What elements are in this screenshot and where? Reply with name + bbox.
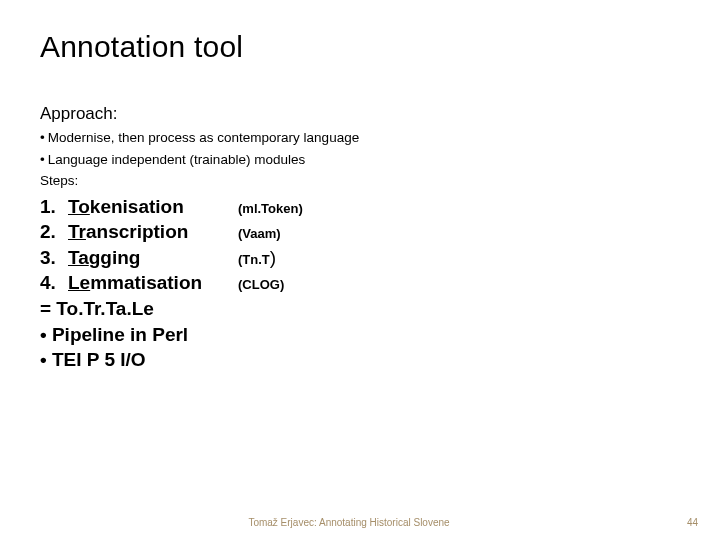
bullet-text: Modernise, then process as contemporary … bbox=[48, 130, 359, 145]
step-term-underline: Le bbox=[68, 272, 90, 293]
step-row: 2. Transcription (Vaam) bbox=[40, 219, 680, 245]
tail-bullet: • TEI P 5 I/O bbox=[40, 347, 680, 373]
footer-text: Tomaž Erjavec: Annotating Historical Slo… bbox=[0, 517, 720, 528]
step-row: 4. Lemmatisation (CLOG) bbox=[40, 270, 680, 296]
step-term: Lemmatisation bbox=[68, 270, 238, 296]
step-tool: (Tn.T) bbox=[238, 245, 276, 271]
step-number: 3. bbox=[40, 245, 68, 271]
step-tool: (ml.Token) bbox=[238, 200, 303, 218]
approach-bullet: •Modernise, then process as contemporary… bbox=[40, 128, 680, 148]
step-tool: (Vaam) bbox=[238, 225, 281, 243]
bullet-text: Language independent (trainable) modules bbox=[48, 152, 305, 167]
step-term-underline: Tr bbox=[68, 221, 86, 242]
step-row: 3. Tagging (Tn.T) bbox=[40, 245, 680, 271]
approach-bullet: •Language independent (trainable) module… bbox=[40, 150, 680, 170]
page-number: 44 bbox=[687, 517, 698, 528]
steps-list: 1. Tokenisation (ml.Token) 2. Transcript… bbox=[40, 194, 680, 373]
acronym-line: = To.Tr.Ta.Le bbox=[40, 296, 680, 322]
step-term-rest: gging bbox=[89, 247, 141, 268]
step-number: 2. bbox=[40, 219, 68, 245]
bullet-dot-icon: • bbox=[40, 130, 45, 145]
step-term-underline: To bbox=[68, 196, 90, 217]
bullet-dot-icon: • bbox=[40, 152, 45, 167]
slide: Annotation tool Approach: •Modernise, th… bbox=[0, 0, 720, 540]
slide-title: Annotation tool bbox=[40, 30, 680, 64]
step-term: Transcription bbox=[68, 219, 238, 245]
step-term-rest: anscription bbox=[86, 221, 188, 242]
tail-bullet: • Pipeline in Perl bbox=[40, 322, 680, 348]
step-term-rest: kenisation bbox=[90, 196, 184, 217]
step-term-rest: mmatisation bbox=[90, 272, 202, 293]
step-term: Tokenisation bbox=[68, 194, 238, 220]
step-tool: (CLOG) bbox=[238, 276, 284, 294]
step-term: Tagging bbox=[68, 245, 238, 271]
step-term-underline: Ta bbox=[68, 247, 89, 268]
step-number: 1. bbox=[40, 194, 68, 220]
step-number: 4. bbox=[40, 270, 68, 296]
approach-heading: Approach: bbox=[40, 104, 680, 124]
steps-heading: Steps: bbox=[40, 173, 680, 188]
step-row: 1. Tokenisation (ml.Token) bbox=[40, 194, 680, 220]
